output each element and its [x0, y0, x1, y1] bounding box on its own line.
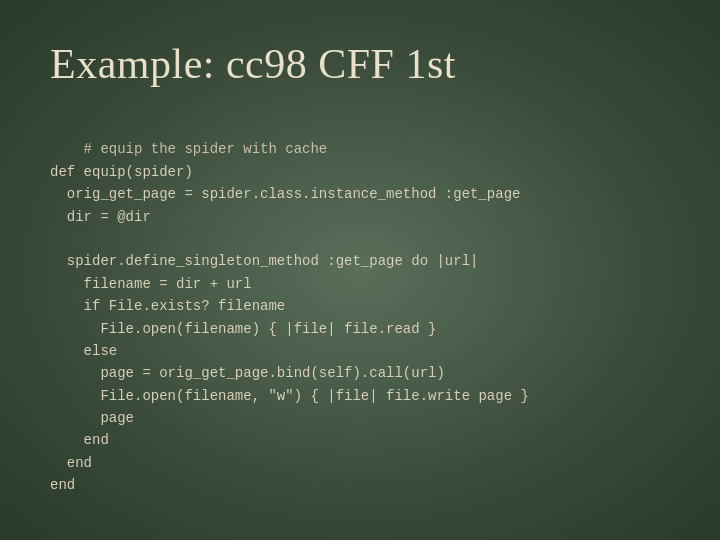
comment-line: # equip the spider with cache	[84, 141, 328, 157]
code-line-6: if File.exists? filename	[50, 298, 285, 314]
code-line-2: orig_get_page = spider.class.instance_me…	[50, 186, 520, 202]
code-line-3: dir = @dir	[50, 209, 151, 225]
code-line-1: def equip(spider)	[50, 164, 193, 180]
code-line-14: end	[50, 477, 75, 493]
slide: Example: cc98 CFF 1st # equip the spider…	[0, 0, 720, 540]
code-line-5: filename = dir + url	[50, 276, 252, 292]
code-line-9: page = orig_get_page.bind(self).call(url…	[50, 365, 445, 381]
code-line-4: spider.define_singleton_method :get_page…	[50, 253, 478, 269]
code-line-13: end	[50, 455, 92, 471]
code-line-11: page	[50, 410, 134, 426]
code-line-7: File.open(filename) { |file| file.read }	[50, 321, 436, 337]
slide-title: Example: cc98 CFF 1st	[50, 40, 670, 88]
code-line-12: end	[50, 432, 109, 448]
code-block: # equip the spider with cache def equip(…	[50, 116, 670, 519]
code-line-8: else	[50, 343, 117, 359]
code-line-10: File.open(filename, "w") { |file| file.w…	[50, 388, 529, 404]
